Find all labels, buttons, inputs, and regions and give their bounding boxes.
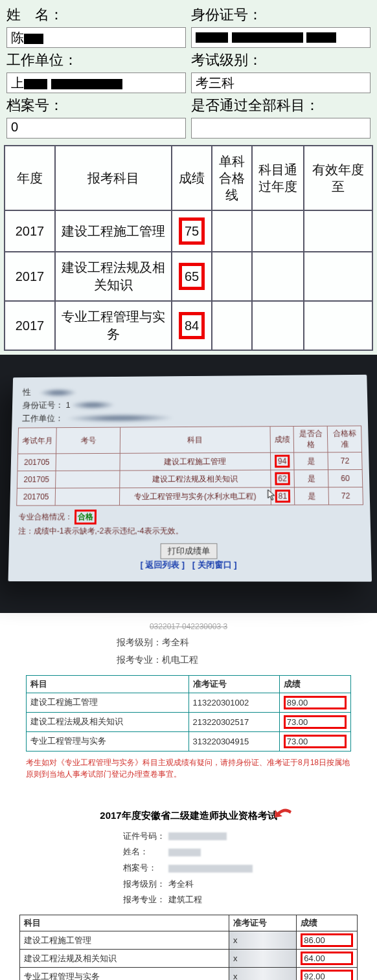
cell-year: 2017 xyxy=(5,252,55,301)
label-work: 工作单位： xyxy=(22,413,63,423)
th-passyear: 科目通过年度 xyxy=(252,146,304,210)
table-header: 科目 准考证号 成绩 xyxy=(20,915,358,931)
cell-score: 65 xyxy=(172,252,212,301)
s4-table: 科目 准考证号 成绩 建设工程施工管理 x 86.00 建设工程法规及相关知识 … xyxy=(19,915,358,980)
table-row: 2017 建设工程法规及相关知识 65 xyxy=(5,252,372,301)
status-label: 专业合格情况： xyxy=(19,513,73,522)
label-passall: 是否通过全部科目： xyxy=(191,97,319,113)
label-name: 姓 名： xyxy=(6,6,63,23)
input-passall[interactable] xyxy=(191,118,371,139)
table-row: 建设工程施工管理 113220301002 89.00 xyxy=(27,693,351,712)
level-label: 报考级别： xyxy=(117,634,162,651)
th-year: 年度 xyxy=(5,146,55,210)
cell-subject: 建设工程施工管理 xyxy=(55,210,172,252)
cell-year: 2017 xyxy=(5,301,55,350)
table-row: 201705 专业工程管理与实务(水利水电工程) 81 是 72 xyxy=(17,487,363,506)
label-name: 性 xyxy=(23,387,40,397)
cell-subject: 专业工程管理与实务 xyxy=(55,301,172,350)
section-2: 性 身份证号： 1 工作单位： 考试年月 考号 科目 成绩 是否合格 合格标准 … xyxy=(0,355,377,613)
s1-table: 年度 报考科目 成绩 单科合格线 科目通过年度 有效年度至 2017 建设工程施… xyxy=(4,145,373,351)
label-file: 档案号： xyxy=(6,97,63,113)
table-row: 建设工程法规及相关知识 x 64.00 xyxy=(20,950,358,968)
table-header: 年度 报考科目 成绩 单科合格线 科目通过年度 有效年度至 xyxy=(5,146,372,210)
level-label: 报考级别： xyxy=(123,876,168,893)
back-link[interactable]: [ 返回列表 ] xyxy=(141,560,185,570)
cursor-icon xyxy=(268,489,277,501)
table-row: 2017 专业工程管理与实务 84 xyxy=(5,301,372,350)
s3-table: 科目 准考证号 成绩 建设工程施工管理 113220301002 89.00 建… xyxy=(26,675,351,752)
name-label: 姓名： xyxy=(123,844,168,860)
cell-score: 84 xyxy=(172,301,212,350)
input-work[interactable]: 上 xyxy=(6,72,186,93)
label-work: 工作单位： xyxy=(6,52,78,68)
input-name[interactable]: 陈 xyxy=(6,27,186,48)
cell-subject: 建设工程法规及相关知识 xyxy=(55,252,172,301)
major-value: 机电工程 xyxy=(162,654,198,665)
table-row: 2017 建设工程施工管理 75 xyxy=(5,210,372,252)
status-value: 合格 xyxy=(74,510,97,525)
table-row: 201705 建设工程法规及相关知识 62 是 60 xyxy=(17,470,362,489)
input-file[interactable]: 0 xyxy=(6,118,186,139)
th-subject: 报考科目 xyxy=(55,146,172,210)
section-1: 姓 名： 身份证号： 陈 工作单位： 考试级别： 上 考三科 档案号： 是否通过… xyxy=(0,0,377,355)
th-passline: 单科合格线 xyxy=(212,146,252,210)
note-text: 注：成绩中-1表示缺考,-2表示违纪,-4表示无效。 xyxy=(16,526,364,537)
arrow-icon xyxy=(273,807,293,820)
input-exam[interactable]: 考三科 xyxy=(191,72,371,93)
table-header: 科目 准考证号 成绩 xyxy=(27,675,351,693)
section-4: 2017年度安徽省二级建造师执业资格考试 证件号码： 姓名： 档案号： 报考级别… xyxy=(0,797,377,980)
level-value: 考全科 xyxy=(162,637,189,647)
table-row: 专业工程管理与实务 x 92.00 xyxy=(20,968,358,980)
table-row: 建设工程法规及相关知识 213220302517 73.00 xyxy=(27,712,351,731)
table-row: 201705 建设工程施工管理 94 是 72 xyxy=(17,452,362,471)
section-3: 0322017 042230003 3 报考级别：考全科 报考专业：机电工程 科… xyxy=(0,613,377,796)
s2-table: 考试年月 考号 科目 成绩 是否合格 合格标准 201705 建设工程施工管理 … xyxy=(16,426,363,506)
print-button[interactable]: 打印成绩单 xyxy=(160,544,217,559)
table-row: 专业工程管理与实务 313220304915 73.00 xyxy=(27,731,351,751)
monitor-screenshot: 性 身份证号： 1 工作单位： 考试年月 考号 科目 成绩 是否合格 合格标准 … xyxy=(8,375,372,582)
major-label: 报考专业： xyxy=(117,651,162,669)
th-score: 成绩 xyxy=(172,146,212,210)
label-id: 身份证号： xyxy=(191,6,262,23)
th-validto: 有效年度至 xyxy=(304,146,372,210)
cell-score: 75 xyxy=(172,210,212,252)
table-row: 建设工程施工管理 x 86.00 xyxy=(20,931,358,950)
top-code: 0322017 042230003 3 xyxy=(26,622,351,631)
cell-year: 2017 xyxy=(5,210,55,252)
input-id[interactable] xyxy=(191,27,371,48)
major-label: 报考专业： xyxy=(123,892,168,908)
level-value: 考全科 xyxy=(168,879,194,889)
label-exam: 考试级别： xyxy=(191,52,262,68)
label-id: 身份证号： xyxy=(23,400,64,410)
major-value: 建筑工程 xyxy=(168,895,202,904)
cert-label: 证件号码： xyxy=(123,829,168,845)
table-header: 考试年月 考号 科目 成绩 是否合格 合格标准 xyxy=(18,426,362,454)
note-text: 考生如对《专业工程管理与实务》科目主观成绩有疑问，请持身份证、准考证于8月18日… xyxy=(26,757,351,780)
page-title: 2017年度安徽省二级建造师执业资格考试 xyxy=(19,810,358,822)
close-link[interactable]: [ 关闭窗口 ] xyxy=(192,560,237,570)
file-label: 档案号： xyxy=(123,860,168,876)
